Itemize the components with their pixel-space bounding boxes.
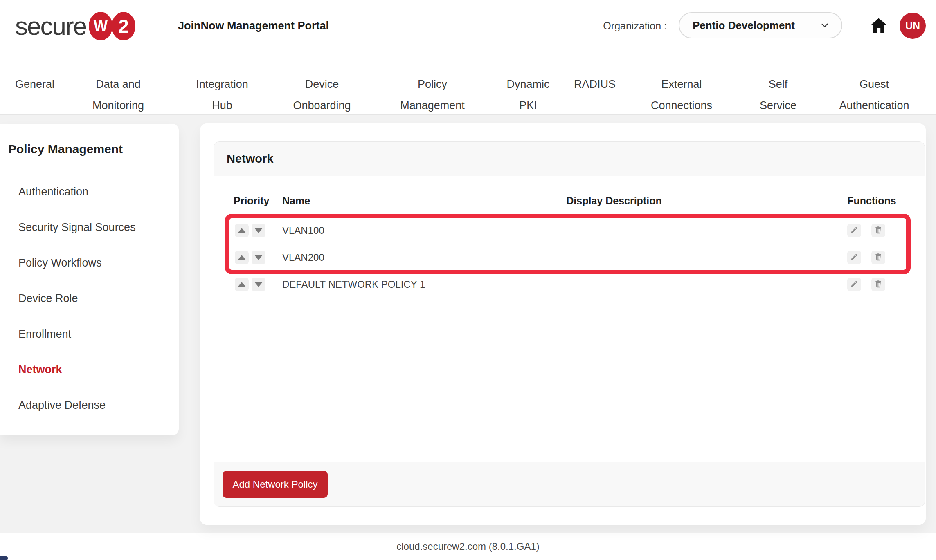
move-down-button[interactable] <box>252 278 266 291</box>
table-row: DEFAULT NETWORK POLICY 1 <box>214 271 925 298</box>
sidebar-item-enrollment[interactable]: Enrollment <box>0 316 179 352</box>
nav-item-general[interactable]: General <box>15 74 54 95</box>
trash-icon <box>874 280 882 289</box>
column-header-name: Name <box>282 195 310 207</box>
nav-item-external-connections[interactable]: External Connections <box>651 74 712 116</box>
down-arrow-icon <box>254 228 263 233</box>
pencil-icon <box>850 226 858 235</box>
sidebar: Policy Management Authentication Securit… <box>0 124 179 435</box>
nav-item-device-onboarding[interactable]: Device Onboarding <box>293 74 351 116</box>
sidebar-item-authentication[interactable]: Authentication <box>0 174 179 210</box>
column-header-functions: Functions <box>847 195 896 207</box>
move-down-button[interactable] <box>252 251 266 264</box>
move-up-button[interactable] <box>235 251 249 264</box>
logo-badge-w: W <box>89 12 112 40</box>
edit-button[interactable] <box>847 251 861 264</box>
nav-item-guest-authentication[interactable]: Guest Authentication <box>839 74 909 116</box>
policy-name: DEFAULT NETWORK POLICY 1 <box>282 271 425 298</box>
policy-name: VLAN100 <box>282 217 324 244</box>
nav-item-data-and-monitoring[interactable]: Data and Monitoring <box>92 74 144 116</box>
home-button[interactable] <box>869 16 889 36</box>
sidebar-item-device-role[interactable]: Device Role <box>0 281 179 316</box>
header-bar: secure W 2 JoinNow Management Portal Org… <box>0 0 936 52</box>
sidebar-item-policy-workflows[interactable]: Policy Workflows <box>0 245 179 281</box>
down-arrow-icon <box>254 255 263 260</box>
delete-button[interactable] <box>871 224 885 237</box>
pencil-icon <box>850 280 858 289</box>
logo-text: secure <box>15 13 86 39</box>
move-down-button[interactable] <box>252 224 266 237</box>
delete-button[interactable] <box>871 278 885 291</box>
edit-button[interactable] <box>847 278 861 291</box>
up-arrow-icon <box>238 255 246 260</box>
up-arrow-icon <box>238 282 246 287</box>
trash-icon <box>874 226 882 235</box>
column-header-priority: Priority <box>234 195 270 207</box>
nav-item-radius[interactable]: RADIUS <box>574 74 616 95</box>
sidebar-item-adaptive-defense[interactable]: Adaptive Defense <box>0 388 179 423</box>
table-row: VLAN100 <box>214 217 925 244</box>
organization-select[interactable]: Pentio Development <box>679 12 842 38</box>
panel-footer: Add Network Policy <box>214 462 925 506</box>
network-panel: Network Priority Name Display Descriptio… <box>214 141 925 507</box>
nav-item-integration-hub[interactable]: Integration Hub <box>196 74 248 116</box>
organization-selected-value: Pentio Development <box>693 19 819 32</box>
main-content-card: Network Priority Name Display Descriptio… <box>200 123 926 525</box>
sidebar-title: Policy Management <box>0 124 179 157</box>
table-row: VLAN200 <box>214 244 925 271</box>
edit-button[interactable] <box>847 224 861 237</box>
move-up-button[interactable] <box>235 278 249 291</box>
table-body: VLAN100 VLAN200 <box>214 217 925 298</box>
add-network-policy-button[interactable]: Add Network Policy <box>223 471 328 498</box>
nav-item-self-service[interactable]: Self Service <box>760 74 796 116</box>
trash-icon <box>874 253 882 262</box>
up-arrow-icon <box>238 228 246 233</box>
app-root: secure W 2 JoinNow Management Portal Org… <box>0 0 936 560</box>
page-footer: cloud.securew2.com (8.0.1.GA1) <box>0 533 936 560</box>
policy-name: VLAN200 <box>282 244 324 271</box>
logo-badge-2: 2 <box>112 12 135 40</box>
panel-title: Network <box>227 152 273 166</box>
securew2-logo: secure W 2 <box>15 0 135 52</box>
panel-header: Network <box>214 142 925 176</box>
pencil-icon <box>850 253 858 262</box>
delete-button[interactable] <box>871 251 885 264</box>
corner-artifact <box>0 556 8 560</box>
table-header-row: Priority Name Display Description Functi… <box>214 176 925 217</box>
sidebar-list: Authentication Security Signal Sources P… <box>0 174 179 423</box>
sidebar-item-security-signal-sources[interactable]: Security Signal Sources <box>0 210 179 245</box>
nav-item-policy-management[interactable]: Policy Management <box>400 74 465 116</box>
sidebar-divider <box>8 168 171 168</box>
home-icon <box>869 31 889 37</box>
top-nav: General Data and Monitoring Integration … <box>0 52 936 115</box>
sidebar-item-network[interactable]: Network <box>0 352 179 388</box>
avatar[interactable]: UN <box>900 13 926 39</box>
header-divider <box>166 15 166 36</box>
down-arrow-icon <box>254 282 263 287</box>
column-header-display-description: Display Description <box>566 195 662 207</box>
chevron-down-icon <box>819 20 830 31</box>
organization-label: Organization : <box>603 0 667 52</box>
move-up-button[interactable] <box>235 224 249 237</box>
header-divider-2 <box>857 12 857 38</box>
footer-version-text: cloud.securew2.com (8.0.1.GA1) <box>396 541 540 552</box>
page-title: JoinNow Management Portal <box>178 0 329 52</box>
nav-item-dynamic-pki[interactable]: Dynamic PKI <box>506 74 549 116</box>
